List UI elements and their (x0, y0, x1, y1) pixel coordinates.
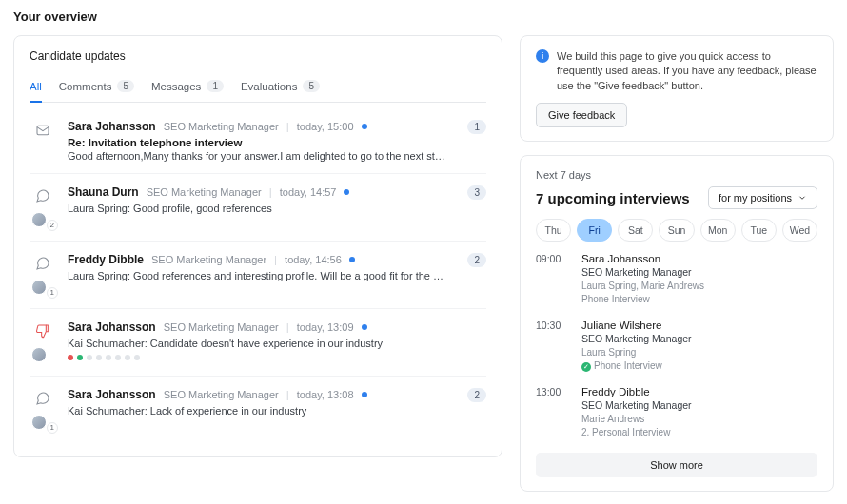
unread-dot-icon (349, 257, 355, 262)
avatar-stack (31, 347, 54, 364)
tab-count: 5 (303, 80, 320, 92)
rating-dot-icon (125, 355, 130, 360)
tab-all[interactable]: All (30, 74, 42, 102)
timestamp: today, 13:08 (297, 389, 354, 400)
info-icon: i (536, 49, 549, 63)
tab-label: All (30, 81, 42, 92)
interview-attendees: Laura Spring (581, 346, 817, 359)
interview-candidate: Juliane Wilshere (581, 320, 817, 331)
avatar (31, 212, 47, 227)
interview-attendees: Marie Andrews (581, 413, 817, 426)
svg-rect-0 (37, 126, 49, 134)
interview-job: SEO Marketing Manager (581, 266, 817, 278)
message-snippet: Laura Spring: Good profile, good referen… (68, 203, 448, 214)
day-pill-mon[interactable]: Mon (700, 219, 736, 242)
interview-candidate: Freddy Dibble (581, 386, 817, 397)
divider: | (269, 186, 272, 198)
tab-label: Evaluations (241, 81, 297, 92)
job-title: SEO Marketing Manager (164, 121, 279, 132)
thumbs-down-icon (32, 320, 53, 341)
candidate-name: Sara Johansson (68, 120, 156, 133)
interview-time: 10:30 (536, 320, 570, 373)
chevron-down-icon (798, 193, 807, 203)
job-title: SEO Marketing Manager (164, 321, 279, 333)
divider: | (286, 121, 289, 132)
tab-evaluations[interactable]: Evaluations 5 (241, 74, 320, 102)
update-item[interactable]: 2 Shauna Durn SEO Marketing Manager | to… (30, 173, 486, 241)
chat-icon (32, 253, 53, 274)
rating-dot-icon (106, 355, 111, 360)
tab-count: 5 (117, 80, 134, 92)
job-title: SEO Marketing Manager (147, 186, 262, 198)
interview-job: SEO Marketing Manager (581, 333, 817, 344)
avatar-count: 1 (47, 287, 58, 299)
candidate-updates-tabs: All Comments 5 Messages 1 Evaluations 5 (30, 74, 486, 103)
day-pill-fri[interactable]: Fri (577, 219, 612, 242)
day-pill-wed[interactable]: Wed (782, 219, 817, 242)
interview-row[interactable]: 10:30 Juliane Wilshere SEO Marketing Man… (536, 320, 817, 373)
avatar-stack: 2 (31, 212, 54, 229)
interview-time: 09:00 (536, 253, 570, 306)
avatar-stack: 1 (31, 280, 54, 297)
avatar-stack: 1 (31, 415, 54, 432)
unread-dot-icon (362, 124, 367, 129)
interviews-card: Next 7 days 7 upcoming interviews for my… (520, 155, 834, 492)
candidate-name: Shauna Durn (68, 185, 139, 199)
tab-messages[interactable]: Messages 1 (151, 74, 224, 102)
day-pill-sat[interactable]: Sat (618, 219, 653, 242)
show-more-button[interactable]: Show more (536, 453, 817, 477)
interview-type: 2. Personal Interview (581, 426, 817, 439)
rating-dot-icon (115, 355, 121, 360)
message-snippet: Kai Schumacher: Lack of experience in ou… (68, 405, 448, 417)
mail-icon (32, 120, 53, 141)
unread-dot-icon (362, 324, 367, 330)
avatar (31, 280, 47, 295)
rating-dot-icon (77, 355, 83, 360)
interview-row[interactable]: 13:00 Freddy Dibble SEO Marketing Manage… (536, 386, 817, 439)
rating-dot-icon (68, 355, 73, 360)
timestamp: today, 15:00 (297, 121, 354, 132)
filter-label: for my positions (719, 192, 792, 204)
rating-dot-icon (87, 355, 92, 360)
candidate-name: Sara Johansson (68, 320, 156, 334)
count-badge: 3 (467, 185, 486, 200)
interview-candidate: Sara Johansson (581, 253, 817, 264)
update-item[interactable]: 1 Freddy Dibble SEO Marketing Manager | … (30, 241, 486, 308)
count-badge: 2 (467, 388, 486, 402)
candidate-name: Freddy Dibble (68, 253, 144, 266)
interview-type: ✓Phone Interview (581, 359, 817, 373)
update-list: Sara Johansson SEO Marketing Manager | t… (30, 108, 486, 443)
interviews-filter-button[interactable]: for my positions (708, 186, 817, 209)
timestamp: today, 14:56 (285, 254, 342, 265)
feedback-card: i We build this page to give you quick a… (520, 35, 834, 142)
rating-dots (68, 355, 486, 360)
chat-icon (32, 388, 53, 409)
count-badge: 1 (467, 120, 486, 134)
give-feedback-button[interactable]: Give feedback (536, 103, 627, 127)
divider: | (286, 389, 289, 400)
interview-attendees: Laura Spring, Marie Andrews (581, 280, 817, 293)
message-snippet: Laura Spring: Good references and intere… (68, 270, 448, 281)
avatar-count: 2 (47, 220, 58, 231)
tab-comments[interactable]: Comments 5 (59, 74, 134, 102)
interview-row[interactable]: 09:00 Sara Johansson SEO Marketing Manag… (536, 253, 817, 306)
check-icon: ✓ (581, 362, 591, 372)
avatar-count: 1 (47, 422, 58, 434)
update-item[interactable]: 1 Sara Johansson SEO Marketing Manager |… (30, 376, 486, 443)
job-title: SEO Marketing Manager (164, 389, 279, 400)
update-item[interactable]: Sara Johansson SEO Marketing Manager | t… (30, 308, 486, 376)
day-pill-thu[interactable]: Thu (536, 219, 571, 242)
tab-label: Comments (59, 81, 112, 92)
avatar (31, 347, 47, 362)
timestamp: today, 13:09 (297, 321, 354, 333)
interview-type: Phone Interview (581, 293, 817, 306)
tab-count: 1 (207, 80, 224, 92)
candidate-updates-card: Candidate updates All Comments 5 Message… (13, 35, 502, 457)
day-pill-tue[interactable]: Tue (741, 219, 777, 242)
interviews-range-label: Next 7 days (536, 169, 817, 181)
interview-job: SEO Marketing Manager (581, 399, 817, 411)
update-item[interactable]: Sara Johansson SEO Marketing Manager | t… (30, 108, 486, 173)
day-pill-sun[interactable]: Sun (659, 219, 694, 242)
divider: | (286, 321, 289, 333)
tab-label: Messages (151, 81, 201, 92)
